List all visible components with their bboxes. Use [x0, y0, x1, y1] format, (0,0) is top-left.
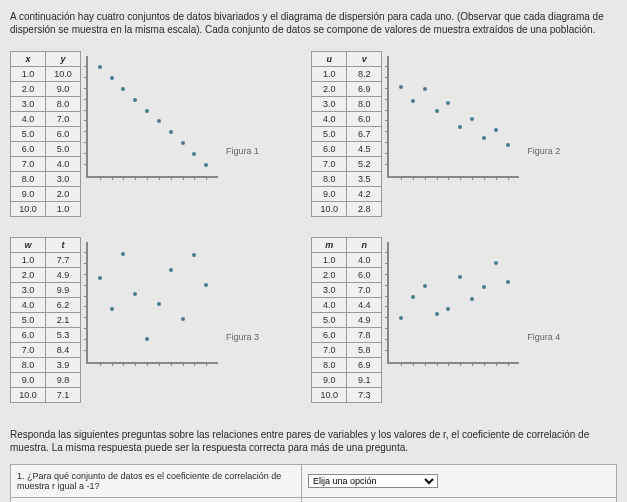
- cell: 2.0: [312, 268, 347, 283]
- cell: 4.0: [46, 157, 81, 172]
- cell: 7.0: [11, 157, 46, 172]
- cell: 3.9: [46, 358, 81, 373]
- cell: 9.1: [347, 373, 382, 388]
- cell: 10.0: [312, 388, 347, 403]
- cell: 2.1: [46, 313, 81, 328]
- cell: 10.0: [46, 67, 81, 82]
- cell: 4.9: [347, 313, 382, 328]
- cell: 7.7: [46, 253, 81, 268]
- cell: 1.0: [312, 67, 347, 82]
- cell: 1.0: [11, 67, 46, 82]
- cell: 4.0: [312, 112, 347, 127]
- cell: 6.9: [347, 358, 382, 373]
- cell: 7.0: [347, 283, 382, 298]
- figure-label: Figura 4: [527, 332, 560, 342]
- cell: 5.8: [347, 343, 382, 358]
- scatter-plot-3: [86, 242, 218, 364]
- cell: 4.5: [347, 142, 382, 157]
- cell: 5.0: [312, 313, 347, 328]
- cell: 6.0: [11, 142, 46, 157]
- cell: 10.0: [312, 202, 347, 217]
- cell: 6.2: [46, 298, 81, 313]
- figure-3: wt1.07.72.04.93.09.94.06.25.02.16.05.37.…: [10, 237, 301, 403]
- cell: 7.3: [347, 388, 382, 403]
- table-1: xy1.010.02.09.03.08.04.07.05.06.06.05.07…: [10, 51, 81, 217]
- cell: 9.8: [46, 373, 81, 388]
- questions-table: 1. ¿Para qué conjunto de datos es el coe…: [10, 464, 617, 502]
- question-2: 2. ¿Para qué conjunto de datos es el coe…: [11, 498, 302, 503]
- cell: 5.0: [11, 313, 46, 328]
- cell: 5.3: [46, 328, 81, 343]
- cell: 6.0: [312, 142, 347, 157]
- cell: 3.0: [46, 172, 81, 187]
- intro-text: A continuación hay cuatro conjuntos de d…: [10, 10, 617, 36]
- cell: 6.0: [347, 112, 382, 127]
- cell: 4.0: [312, 298, 347, 313]
- cell: 6.0: [347, 268, 382, 283]
- cell: 3.0: [11, 97, 46, 112]
- cell: 5.0: [312, 127, 347, 142]
- cell: 6.7: [347, 127, 382, 142]
- cell: 1.0: [46, 202, 81, 217]
- cell: 6.0: [312, 328, 347, 343]
- table-2: uv1.08.22.06.93.08.04.06.05.06.76.04.57.…: [311, 51, 382, 217]
- questions-intro: Responda las siguientes preguntas sobre …: [10, 428, 617, 454]
- cell: 8.0: [312, 358, 347, 373]
- col-header: x: [11, 52, 46, 67]
- cell: 9.0: [46, 82, 81, 97]
- cell: 3.0: [312, 283, 347, 298]
- cell: 1.0: [312, 253, 347, 268]
- cell: 2.0: [312, 82, 347, 97]
- cell: 7.0: [312, 343, 347, 358]
- cell: 6.9: [347, 82, 382, 97]
- figure-label: Figura 2: [527, 146, 560, 156]
- cell: 9.0: [312, 373, 347, 388]
- scatter-plot-1: [86, 56, 218, 178]
- cell: 8.0: [347, 97, 382, 112]
- cell: 4.9: [46, 268, 81, 283]
- answer-select-1[interactable]: Elija una opción: [308, 474, 438, 488]
- col-header: t: [46, 238, 81, 253]
- col-header: u: [312, 52, 347, 67]
- cell: 2.0: [11, 82, 46, 97]
- cell: 7.0: [46, 112, 81, 127]
- question-1: 1. ¿Para qué conjunto de datos es el coe…: [11, 465, 302, 498]
- cell: 4.0: [11, 298, 46, 313]
- cell: 5.0: [11, 127, 46, 142]
- cell: 4.0: [347, 253, 382, 268]
- cell: 2.8: [347, 202, 382, 217]
- cell: 7.1: [46, 388, 81, 403]
- figure-label: Figura 1: [226, 146, 259, 156]
- cell: 8.0: [11, 358, 46, 373]
- figures-container: xy1.010.02.09.03.08.04.07.05.06.06.05.07…: [10, 51, 617, 413]
- cell: 9.0: [312, 187, 347, 202]
- figure-2: uv1.08.22.06.93.08.04.06.05.06.76.04.57.…: [311, 51, 602, 217]
- cell: 2.0: [46, 187, 81, 202]
- cell: 6.0: [11, 328, 46, 343]
- col-header: w: [11, 238, 46, 253]
- cell: 5.0: [46, 142, 81, 157]
- cell: 4.4: [347, 298, 382, 313]
- cell: 5.2: [347, 157, 382, 172]
- cell: 3.0: [11, 283, 46, 298]
- cell: 3.5: [347, 172, 382, 187]
- scatter-plot-4: [387, 242, 519, 364]
- cell: 9.9: [46, 283, 81, 298]
- cell: 8.0: [312, 172, 347, 187]
- cell: 4.0: [11, 112, 46, 127]
- table-4: mn1.04.02.06.03.07.04.04.45.04.96.07.87.…: [311, 237, 382, 403]
- table-3: wt1.07.72.04.93.09.94.06.25.02.16.05.37.…: [10, 237, 81, 403]
- scatter-plot-2: [387, 56, 519, 178]
- cell: 9.0: [11, 187, 46, 202]
- col-header: n: [347, 238, 382, 253]
- cell: 8.0: [46, 97, 81, 112]
- figure-label: Figura 3: [226, 332, 259, 342]
- figure-1: xy1.010.02.09.03.08.04.07.05.06.06.05.07…: [10, 51, 301, 217]
- cell: 7.0: [11, 343, 46, 358]
- cell: 3.0: [312, 97, 347, 112]
- cell: 7.0: [312, 157, 347, 172]
- col-header: y: [46, 52, 81, 67]
- col-header: v: [347, 52, 382, 67]
- cell: 4.2: [347, 187, 382, 202]
- cell: 8.2: [347, 67, 382, 82]
